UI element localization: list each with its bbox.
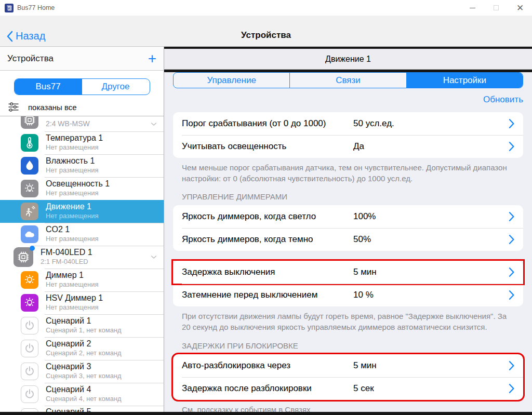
chevron-right-icon — [508, 234, 515, 245]
minimize-icon — [470, 8, 475, 8]
device-row[interactable]: Освещенность 1Нет размещения — [0, 177, 164, 200]
device-row[interactable]: Движение 1Нет размещения — [0, 200, 164, 223]
chevron-right-icon — [508, 118, 515, 129]
app-title: Bus77 Home — [17, 4, 460, 11]
device-text: Диммер 1Нет размещения — [46, 271, 164, 289]
device-subtitle: Сценарий 1, нет команд — [46, 326, 164, 334]
chevron-right-icon — [508, 290, 515, 300]
device-row[interactable]: Температура 1Нет размещения — [0, 131, 164, 154]
device-row[interactable]: Сценарий 1Сценарий 1, нет команд — [0, 314, 164, 337]
window-controls: ✕ — [460, 0, 532, 16]
tab-управление[interactable]: Управление — [174, 73, 289, 88]
power-icon — [21, 317, 38, 334]
chevron-right-icon — [508, 383, 515, 394]
segment-другое[interactable]: Другое — [82, 79, 150, 95]
settings-row-value: Да — [353, 141, 364, 152]
device-row[interactable]: Сценарий 4Сценарий 4, нет команд — [0, 383, 164, 406]
settings-row[interactable]: Яркость диммеров, когда темно50% — [173, 228, 523, 251]
water-drop-icon — [21, 157, 38, 175]
settings-card: Яркость диммеров, когда светло100%Яркост… — [173, 205, 523, 251]
thermometer-icon — [21, 134, 38, 152]
device-text: Сценарий 1Сценарий 1, нет команд — [46, 316, 164, 334]
device-title: CO2 1 — [46, 225, 164, 235]
filter-sliders-icon — [7, 101, 20, 113]
settings-footnote: При отсутствии движения лампы будут горе… — [182, 311, 514, 332]
sidebar-header: Устройства + — [0, 47, 164, 71]
segment-bus77[interactable]: Bus77 — [15, 79, 82, 95]
chip-icon — [14, 247, 33, 267]
device-row[interactable]: FM-040LED 12:1 FM-040LED — [0, 246, 164, 269]
annotation-highlight: Авто-разблокировка через5 минЗадержка по… — [173, 354, 523, 400]
device-title: Сценарий 2 — [46, 339, 164, 349]
settings-row-value: 50 усл.ед. — [353, 118, 394, 129]
tab-настройки[interactable]: Настройки — [406, 73, 523, 88]
device-text: Освещенность 1Нет размещения — [46, 179, 164, 197]
settings-card: Порог срабатывания (от 0 до 1000)50 усл.… — [173, 112, 523, 158]
settings-row[interactable]: Учитывать освещенностьДа — [173, 135, 523, 158]
detail-panel: Движение 1 УправлениеСвязиНастройки Обно… — [164, 47, 532, 415]
chip-icon — [21, 116, 38, 129]
device-row[interactable]: Влажность 1Нет размещения — [0, 154, 164, 177]
sidebar: Устройства + Bus77Другое показаны все 2:… — [0, 47, 164, 415]
device-title: HSV Диммер 1 — [46, 293, 164, 303]
device-row[interactable]: 2:4 WB-MSW — [0, 116, 164, 131]
device-row[interactable]: HSV Диммер 1Нет размещения — [0, 291, 164, 314]
settings-row-label: Задержка выключения — [182, 267, 275, 277]
light-bulb-icon — [21, 271, 38, 289]
settings-row-value: 100% — [353, 211, 376, 222]
chevron-right-icon — [508, 360, 515, 371]
device-text: FM-040LED 12:1 FM-040LED — [41, 248, 164, 266]
settings-row[interactable]: Задержка выключения5 мин — [173, 261, 523, 284]
power-icon — [21, 363, 38, 380]
chevron-right-icon — [508, 141, 515, 152]
device-detail-title: Движение 1 — [325, 55, 371, 64]
close-button[interactable]: ✕ — [508, 0, 532, 16]
settings-row-value: 50% — [353, 234, 371, 245]
device-row[interactable]: CO2 1Нет размещения — [0, 223, 164, 246]
sidebar-filter-block: Bus77Другое показаны все — [0, 71, 164, 116]
settings-row-value: 5 мин — [353, 267, 377, 277]
device-title: Сценарий 3 — [46, 362, 164, 372]
detail-header: Движение 1 — [164, 49, 532, 70]
device-subtitle: Сценарий 3, нет команд — [46, 372, 164, 380]
device-row[interactable]: Диммер 1Нет размещения — [0, 269, 164, 291]
device-subtitle: 2:4 WB-MSW — [46, 119, 164, 129]
settings-row[interactable]: Авто-разблокировка через5 мин — [173, 354, 523, 377]
section-header: ЗАДЕРЖКИ ПРИ БЛОКИРОВКЕ — [182, 341, 514, 350]
settings-card: Авто-разблокировка через5 минЗадержка по… — [173, 354, 523, 400]
detail-tabs: УправлениеСвязиНастройки — [173, 72, 523, 88]
device-subtitle: 2:1 FM-040LED — [41, 258, 164, 266]
device-subtitle: Нет размещения — [46, 166, 164, 175]
settings-row[interactable]: Порог срабатывания (от 0 до 1000)50 усл.… — [173, 112, 523, 135]
device-subtitle: Сценарий 2, нет команд — [46, 349, 164, 357]
letterbox-strip — [0, 412, 532, 415]
settings-row[interactable]: Задержка после разблокировки5 сек — [173, 377, 523, 400]
device-row[interactable]: Сценарий 3Сценарий 3, нет команд — [0, 360, 164, 383]
settings-row-value: 5 сек — [353, 383, 374, 394]
settings-group: Яркость диммеров, когда светло100%Яркост… — [173, 205, 523, 251]
device-row[interactable]: Сценарий 2Сценарий 2, нет команд — [0, 337, 164, 360]
update-link[interactable]: Обновить — [173, 94, 523, 105]
settings-row-value: 5 мин — [353, 360, 377, 371]
device-subtitle: Нет размещения — [46, 143, 164, 152]
settings-row[interactable]: Яркость диммеров, когда светло100% — [173, 205, 523, 228]
add-device-button[interactable]: + — [148, 51, 156, 66]
device-text: Сценарий 2Сценарий 2, нет команд — [46, 339, 164, 357]
annotation-highlight: Задержка выключения5 мин — [173, 261, 523, 284]
filter-row[interactable]: показаны все — [0, 100, 164, 114]
chevron-right-icon — [508, 211, 515, 222]
tab-связи[interactable]: Связи — [289, 73, 406, 88]
minimize-button[interactable] — [460, 0, 484, 16]
section-header: УПРАВЛЕНИЕ ДИММЕРАМИ — [182, 192, 514, 201]
maximize-icon — [494, 5, 499, 10]
device-subtitle: Нет размещения — [46, 189, 164, 197]
device-subtitle: Нет размещения — [46, 212, 164, 220]
device-text: CO2 1Нет размещения — [46, 225, 164, 243]
settings-footnote: Чем меньше порог срабатывания датчика, т… — [182, 163, 514, 184]
settings-group: Порог срабатывания (от 0 до 1000)50 усл.… — [173, 112, 523, 158]
device-subtitle: Нет размещения — [46, 303, 164, 312]
maximize-button[interactable] — [484, 0, 508, 16]
device-subtitle: Нет размещения — [46, 280, 164, 289]
sidebar-title: Устройства — [7, 53, 148, 64]
settings-row[interactable]: Затемнение перед выключением10 % — [173, 284, 523, 306]
